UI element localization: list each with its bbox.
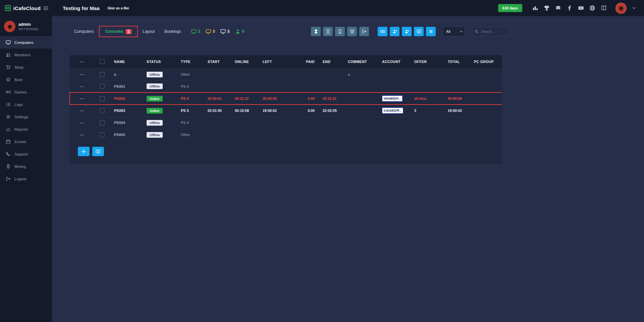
admin-id: 097778704381 xyxy=(18,27,39,31)
tab-bookings[interactable]: Bookings xyxy=(160,29,185,34)
search-box xyxy=(472,27,509,36)
sidebar-item-shop[interactable]: Shop xyxy=(0,61,52,73)
days-remaining-badge[interactable]: 610 days xyxy=(498,4,522,12)
alarm-button[interactable] xyxy=(347,27,357,36)
sidebar-item-label: Members xyxy=(14,53,31,57)
table-row: ••• a Offline Other a xyxy=(70,68,502,80)
user-avatar[interactable]: ☻ xyxy=(615,3,627,14)
trophy-icon[interactable] xyxy=(544,5,550,11)
cell-end: 02:11:51 xyxy=(319,92,344,105)
search-icon xyxy=(475,29,479,34)
sidebar-item-settings[interactable]: Settings xyxy=(0,111,52,123)
row-checkbox[interactable] xyxy=(100,132,105,137)
row-checkbox[interactable] xyxy=(100,96,105,101)
header-menu-icon[interactable]: ••• xyxy=(80,60,84,64)
toolbar: All xyxy=(311,26,509,37)
give-us-a-like-link[interactable]: Give us a like xyxy=(108,6,129,10)
users-icon xyxy=(6,52,11,57)
sidebar-item-label: Computers xyxy=(14,41,33,45)
cell-comment xyxy=(344,92,378,105)
monitor-icon xyxy=(6,40,11,45)
row-checkbox[interactable] xyxy=(100,120,105,125)
sidebar-item-logs[interactable]: Logs xyxy=(0,98,52,111)
admin-profile[interactable]: ☻ admin 097778704381 xyxy=(0,16,52,36)
row-menu-icon[interactable]: ••• xyxy=(80,85,84,88)
sidebar-item-members[interactable]: Members xyxy=(0,49,52,61)
cell-name: PS004 xyxy=(110,117,143,129)
monitor-icon xyxy=(206,29,211,34)
row-menu-icon[interactable]: ••• xyxy=(80,73,84,76)
status-badge: Offline xyxy=(147,83,163,89)
tab-computers[interactable]: Computers xyxy=(69,29,99,34)
sidebar-item-games[interactable]: Games xyxy=(0,86,52,98)
account-tag[interactable]: D5248D[Of... xyxy=(382,95,402,102)
row-checkbox[interactable] xyxy=(100,84,105,89)
discord-icon[interactable] xyxy=(555,5,561,11)
youtube-icon[interactable] xyxy=(578,5,584,11)
cell-name: PS003 xyxy=(110,105,143,117)
tabbar: Computers Consoles 1 Layout Bookings 2 xyxy=(69,25,509,38)
book-icon[interactable] xyxy=(601,5,607,11)
tab-layout[interactable]: Layout xyxy=(138,29,160,34)
deploy-console-button[interactable] xyxy=(92,147,104,156)
row-menu-icon[interactable]: ••• xyxy=(80,97,84,101)
pause-icon xyxy=(429,29,433,34)
table-row: ••• PS005 Offline Other xyxy=(70,129,502,141)
cell-left: 00:00:00 xyxy=(259,92,300,105)
counter-value: 5 xyxy=(227,29,230,34)
assign-user-icon xyxy=(405,29,409,34)
stats-icon[interactable] xyxy=(532,5,538,11)
hamburger-menu-icon[interactable] xyxy=(43,5,49,11)
sidebar-item-support[interactable]: Support xyxy=(0,148,52,160)
table-row: ••• PS001 Offline PS 4 xyxy=(70,80,502,92)
chevron-down-icon[interactable] xyxy=(632,6,636,10)
row-menu-icon[interactable]: ••• xyxy=(80,133,84,137)
sidebar-item-mining[interactable]: Mining xyxy=(0,160,52,173)
hourglass-button[interactable] xyxy=(311,27,321,36)
select-all-checkbox[interactable] xyxy=(100,59,105,64)
assign-user-button[interactable] xyxy=(402,27,412,36)
sign-out-button[interactable] xyxy=(359,27,369,36)
console-screen-button[interactable] xyxy=(414,27,424,36)
monitor-icon xyxy=(191,29,197,34)
cell-left: 19:50:02 xyxy=(259,105,300,117)
status-badge: Online xyxy=(147,96,163,102)
sidebar-item-label: Reports xyxy=(14,127,28,131)
tab-consoles[interactable]: Consoles 1 xyxy=(101,29,137,34)
facebook-icon[interactable] xyxy=(567,5,573,11)
row-menu-icon[interactable]: ••• xyxy=(80,109,84,113)
cell-comment xyxy=(344,105,378,117)
table-row: ••• PS004 Offline PS 4 xyxy=(70,117,502,129)
row-checkbox[interactable] xyxy=(100,108,105,113)
main-area: Computers Consoles 1 Layout Bookings 2 xyxy=(52,16,644,322)
hourglass-half-button[interactable] xyxy=(323,27,333,36)
cell-offer: 3 xyxy=(410,105,444,117)
col-header-online: ONLINE xyxy=(231,55,259,68)
cash-button[interactable] xyxy=(378,27,387,36)
filter-select[interactable]: All xyxy=(443,26,465,37)
status-badge: Online xyxy=(147,108,163,114)
cash-icon xyxy=(380,29,385,34)
row-checkbox[interactable] xyxy=(100,72,105,77)
add-user-button[interactable] xyxy=(390,27,399,36)
card-actions xyxy=(69,141,502,158)
mobile-button[interactable] xyxy=(335,27,345,36)
sidebar-item-boot[interactable]: Boot xyxy=(0,73,52,86)
account-tag[interactable]: K3232E[Off... xyxy=(382,108,403,114)
sidebar-item-logout[interactable]: Logout xyxy=(0,173,52,185)
cell-name: PS001 xyxy=(110,80,143,92)
globe-icon[interactable] xyxy=(589,5,595,11)
row-menu-icon[interactable]: ••• xyxy=(80,121,84,125)
gear-icon xyxy=(6,114,11,119)
cell-end: 22:02:05 xyxy=(319,105,344,117)
pause-button[interactable] xyxy=(426,27,436,36)
sidebar-item-computers[interactable]: Computers xyxy=(0,36,52,49)
consoles-table: ••• NAME STATUS TYPE START ONLINE LEFT P… xyxy=(69,55,502,141)
add-console-button[interactable] xyxy=(78,147,90,156)
logout-icon xyxy=(6,176,11,181)
sidebar-item-reports[interactable]: Reports xyxy=(0,123,52,135)
sidebar-item-events[interactable]: Events xyxy=(0,135,52,148)
status-badge: Offline xyxy=(147,132,163,138)
col-header-end: END xyxy=(319,55,344,68)
cell-online: 00:10:58 xyxy=(231,105,259,117)
